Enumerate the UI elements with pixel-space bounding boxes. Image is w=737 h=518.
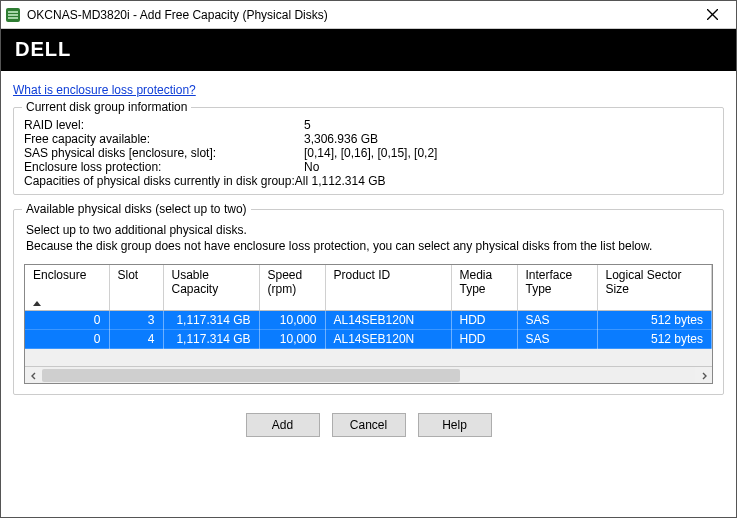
window-title: OKCNAS-MD3820i - Add Free Capacity (Phys… bbox=[27, 8, 328, 22]
table-row[interactable]: 0 3 1,117.314 GB 10,000 AL14SEB120N HDD … bbox=[25, 311, 712, 330]
titlebar: OKCNAS-MD3820i - Add Free Capacity (Phys… bbox=[1, 1, 736, 29]
cell-speed: 10,000 bbox=[259, 330, 325, 349]
enclosure-loss-link[interactable]: What is enclosure loss protection? bbox=[13, 83, 196, 97]
value-sas-disks: [0,14], [0,16], [0,15], [0,2] bbox=[304, 146, 437, 160]
horizontal-scrollbar[interactable] bbox=[25, 366, 712, 383]
label-enclosure-loss: Enclosure loss protection: bbox=[24, 160, 304, 174]
cell-usable: 1,117.314 GB bbox=[163, 330, 259, 349]
cell-usable: 1,117.314 GB bbox=[163, 311, 259, 330]
instruction-line-1: Select up to two additional physical dis… bbox=[26, 222, 713, 238]
cell-media: HDD bbox=[451, 330, 517, 349]
app-icon bbox=[5, 7, 21, 23]
col-slot[interactable]: Slot bbox=[109, 265, 163, 311]
group-legend-info: Current disk group information bbox=[22, 100, 191, 114]
add-button[interactable]: Add bbox=[246, 413, 320, 437]
value-capacities: All 1,112.314 GB bbox=[295, 174, 386, 188]
cancel-button[interactable]: Cancel bbox=[332, 413, 406, 437]
svg-rect-3 bbox=[8, 17, 18, 19]
close-button[interactable] bbox=[694, 4, 730, 26]
button-row: Add Cancel Help bbox=[13, 413, 724, 437]
label-free-capacity: Free capacity available: bbox=[24, 132, 304, 146]
svg-rect-1 bbox=[8, 11, 18, 13]
scrollbar-thumb[interactable] bbox=[42, 369, 460, 382]
label-capacities: Capacities of physical disks currently i… bbox=[24, 174, 295, 188]
help-button[interactable]: Help bbox=[418, 413, 492, 437]
col-media[interactable]: Media Type bbox=[451, 265, 517, 311]
instruction-line-2: Because the disk group does not have enc… bbox=[26, 238, 713, 254]
table-header-row: Enclosure Slot Usable Capacity Speed (rp… bbox=[25, 265, 712, 311]
col-speed[interactable]: Speed (rpm) bbox=[259, 265, 325, 311]
cell-enclosure: 0 bbox=[25, 311, 109, 330]
scroll-right-arrow-icon[interactable] bbox=[695, 367, 712, 384]
cell-enclosure: 0 bbox=[25, 330, 109, 349]
brand-banner: DELL bbox=[1, 29, 736, 71]
scrollbar-track[interactable] bbox=[42, 367, 695, 384]
value-raid: 5 bbox=[304, 118, 311, 132]
cell-product: AL14SEB120N bbox=[325, 311, 451, 330]
cell-interface: SAS bbox=[517, 330, 597, 349]
group-legend-available: Available physical disks (select up to t… bbox=[22, 202, 251, 216]
value-enclosure-loss: No bbox=[304, 160, 319, 174]
label-raid: RAID level: bbox=[24, 118, 304, 132]
col-product[interactable]: Product ID bbox=[325, 265, 451, 311]
cell-slot: 3 bbox=[109, 311, 163, 330]
cell-sector: 512 bytes bbox=[597, 330, 712, 349]
cell-media: HDD bbox=[451, 311, 517, 330]
col-usable[interactable]: Usable Capacity bbox=[163, 265, 259, 311]
disk-group-info: Current disk group information RAID leve… bbox=[13, 107, 724, 195]
dell-logo: DELL bbox=[15, 39, 125, 61]
table-empty-area bbox=[25, 349, 712, 366]
col-enclosure[interactable]: Enclosure bbox=[25, 265, 109, 311]
col-sector[interactable]: Logical Sector Size bbox=[597, 265, 712, 311]
cell-interface: SAS bbox=[517, 311, 597, 330]
table-row[interactable]: 0 4 1,117.314 GB 10,000 AL14SEB120N HDD … bbox=[25, 330, 712, 349]
available-disks-group: Available physical disks (select up to t… bbox=[13, 209, 724, 395]
cell-product: AL14SEB120N bbox=[325, 330, 451, 349]
col-interface[interactable]: Interface Type bbox=[517, 265, 597, 311]
cell-sector: 512 bytes bbox=[597, 311, 712, 330]
value-free-capacity: 3,306.936 GB bbox=[304, 132, 378, 146]
disk-table: Enclosure Slot Usable Capacity Speed (rp… bbox=[24, 264, 713, 384]
scroll-left-arrow-icon[interactable] bbox=[25, 367, 42, 384]
cell-speed: 10,000 bbox=[259, 311, 325, 330]
cell-slot: 4 bbox=[109, 330, 163, 349]
svg-text:DELL: DELL bbox=[15, 39, 71, 60]
svg-rect-2 bbox=[8, 14, 18, 16]
label-sas-disks: SAS physical disks [enclosure, slot]: bbox=[24, 146, 304, 160]
